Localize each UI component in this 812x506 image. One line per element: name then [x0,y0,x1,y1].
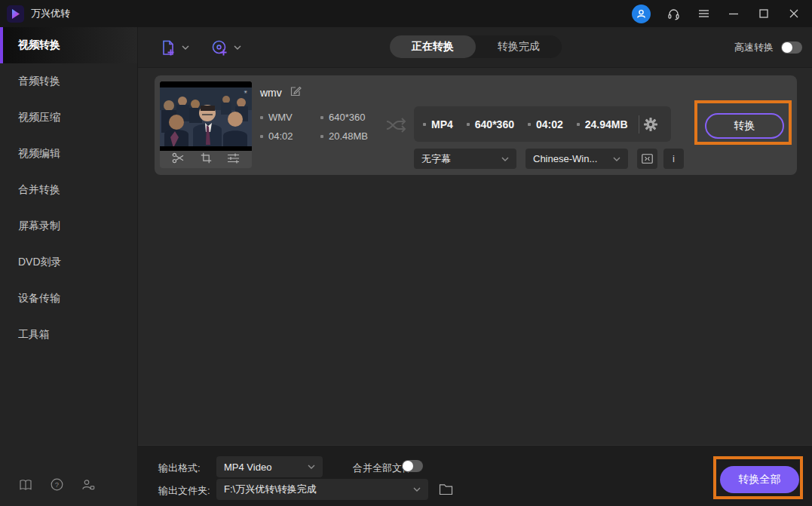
bullet-dot [528,123,531,126]
app-window: 万兴优转 [0,0,812,506]
convert-button[interactable]: 转换 [705,113,784,139]
sidebar: 视频转换 音频转换 视频压缩 视频编辑 合并转换 屏幕录制 DVD刻录 设备传输… [0,27,138,506]
sidebar-item-label: 视频编辑 [18,147,60,161]
sidebar-item-label: 工具箱 [18,328,50,342]
support-headset-icon[interactable] [666,6,681,21]
bullet-dot [260,116,263,119]
crop-icon[interactable] [201,152,212,167]
source-size: 20.48MB [329,130,368,142]
output-folder-select[interactable]: F:\万兴优转\转换完成 [216,479,428,500]
language-select-value: Chinese-Win... [533,153,597,164]
svg-text:?: ? [55,480,59,489]
convert-all-button[interactable]: 转换全部 [720,466,799,493]
tab-label: 转换完成 [498,40,540,54]
target-format: MP4 [431,118,453,130]
account-avatar[interactable] [632,5,651,23]
output-settings-gear-icon[interactable] [639,118,662,131]
minimize-button[interactable] [726,6,741,21]
sidebar-item-video-compress[interactable]: 视频压缩 [0,100,137,136]
fast-convert-toggle[interactable] [781,41,802,54]
sidebar-item-label: 设备传输 [18,292,60,305]
svg-text:✳: ✳ [244,90,247,94]
source-resolution: 640*360 [329,112,365,123]
subtitle-position-button[interactable] [637,149,657,169]
merge-all-toggle[interactable] [402,460,423,472]
add-disc-icon [211,39,228,57]
thumbnail-toolbar [160,151,252,168]
tab-finished[interactable]: 转换完成 [476,35,562,58]
sidebar-item-label: 视频转换 [18,38,60,52]
sidebar-item-label: 屏幕录制 [18,219,60,233]
output-folder-label: 输出文件夹: [158,484,210,498]
source-format: WMV [268,112,293,123]
file-task-row: ✳ [155,75,797,175]
sidebar-item-label: 合并转换 [18,183,60,197]
menu-hamburger-icon[interactable] [696,6,711,21]
output-format-label: 输出格式: [158,462,201,475]
output-format-select[interactable]: MP4 Video [216,456,323,477]
info-glyph: i [673,153,675,164]
title-bar: 万兴优转 [0,0,812,27]
sidebar-item-toolbox[interactable]: 工具箱 [0,317,137,353]
target-size: 24.94MB [585,118,628,130]
effects-sliders-icon[interactable] [227,153,240,167]
sidebar-item-label: 视频压缩 [18,111,60,124]
help-icon[interactable]: ? [51,478,63,494]
bullet-dot [320,135,323,138]
convert-all-label: 转换全部 [739,473,781,486]
bullet-dot [577,123,580,126]
toggle-knob [403,461,413,471]
user-guide-book-icon[interactable] [19,479,32,494]
add-file-button[interactable] [160,35,189,60]
chevron-down-icon [613,157,620,161]
sidebar-item-device-transfer[interactable]: 设备传输 [0,281,137,317]
tab-label: 正在转换 [412,40,454,54]
output-folder-value: F:\万兴优转\转换完成 [224,483,317,496]
bullet-dot [423,123,426,126]
sidebar-item-merge-convert[interactable]: 合并转换 [0,172,137,208]
bottom-bar: 输出格式: MP4 Video 合并全部文件 输出文件夹: F:\万兴优转\转换… [138,445,812,506]
add-disc-button[interactable] [211,35,241,60]
chevron-down-icon [413,487,421,492]
status-tabs: 正在转换 转换完成 [390,35,562,58]
target-duration: 04:02 [536,118,563,130]
folder-icon [439,483,453,495]
chevron-down-icon [182,45,189,50]
chevron-down-icon [308,465,315,469]
bullet-dot [467,123,470,126]
file-name: wmv [260,87,282,99]
rename-edit-icon[interactable] [290,85,302,100]
sidebar-item-video-convert[interactable]: 视频转换 [0,27,137,63]
convert-direction-shuffle-icon[interactable] [385,115,409,139]
toolbar: 正在转换 转换完成 高速转换 [138,27,812,68]
chevron-down-icon [501,157,509,161]
maximize-button[interactable] [756,6,771,21]
trim-scissors-icon[interactable] [172,152,185,167]
sidebar-item-dvd-burn[interactable]: DVD刻录 [0,244,137,281]
toggle-knob [782,42,792,53]
convert-button-label: 转换 [734,119,755,133]
open-folder-button[interactable] [437,481,455,498]
bullet-dot [320,116,323,119]
tab-converting[interactable]: 正在转换 [390,35,476,58]
close-button[interactable] [786,6,801,21]
fast-convert-label: 高速转换 [734,41,774,54]
add-file-icon [160,39,176,57]
video-thumbnail-card: ✳ [160,81,252,168]
target-resolution: 640*360 [475,118,514,130]
output-file-info: MP4 640*360 04:02 24.94MB [414,106,671,142]
subtitle-info-button[interactable]: i [663,149,684,169]
language-select[interactable]: Chinese-Win... [526,149,628,169]
subtitle-select[interactable]: 无字幕 [414,149,516,169]
sidebar-item-video-edit[interactable]: 视频编辑 [0,136,137,172]
chevron-down-icon [234,45,241,50]
sidebar-item-audio-convert[interactable]: 音频转换 [0,63,137,100]
sidebar-item-screen-record[interactable]: 屏幕录制 [0,208,137,244]
sidebar-item-label: DVD刻录 [18,256,62,269]
bullet-dot [260,135,263,138]
output-format-value: MP4 Video [224,462,271,473]
sidebar-item-label: 音频转换 [18,75,60,88]
source-file-info: WMV 640*360 04:02 20.48MB [260,112,368,142]
collapse-arrows-icon [642,154,653,164]
feedback-person-icon[interactable] [81,479,95,494]
